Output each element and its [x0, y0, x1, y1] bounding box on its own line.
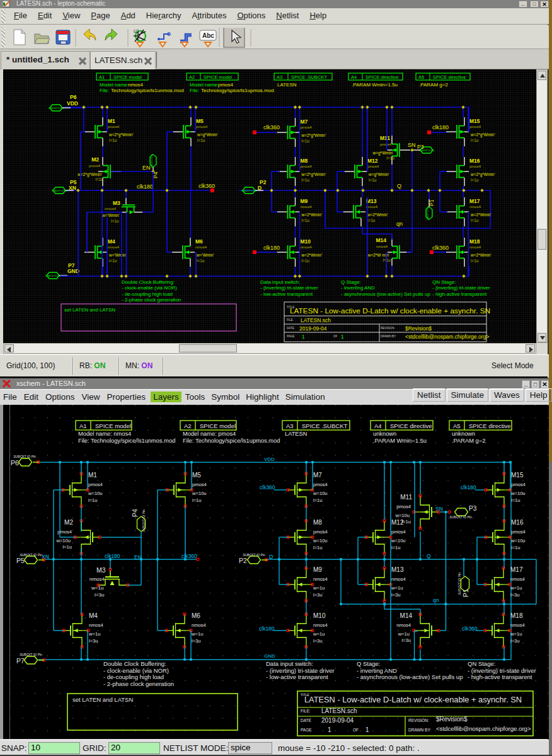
- svg-text:- low-active transparent: - low-active transparent: [260, 291, 313, 297]
- svg-text:M17: M17: [510, 566, 523, 573]
- svg-text:1: 1: [341, 334, 344, 340]
- svg-text:- low-active transparent: - low-active transparent: [266, 673, 328, 680]
- svg-text:w=2*Wmin': w=2*Wmin': [301, 253, 322, 257]
- svg-text:l=1u: l=1u: [313, 497, 323, 503]
- svg-text:l=3u: l=3u: [401, 637, 411, 643]
- svg-text:SUBCKT IO Pin: SUBCKT IO Pin: [49, 107, 64, 110]
- svg-text:SPICE .SUBCKT: SPICE .SUBCKT: [302, 422, 348, 429]
- svg-text:l=1u: l=1u: [197, 138, 205, 142]
- svg-text:LATESN: LATESN: [285, 431, 307, 437]
- svg-text:w='Wmin': w='Wmin': [101, 213, 120, 218]
- svg-text:unknown: unknown: [373, 431, 396, 437]
- svg-text:.PARAM g=2: .PARAM g=2: [452, 438, 485, 444]
- svg-text:M6: M6: [195, 238, 203, 245]
- svg-text:.PARAM g=2: .PARAM g=2: [419, 82, 448, 88]
- svg-text:GND: GND: [67, 268, 79, 274]
- svg-text:PAGE: PAGE: [301, 728, 312, 732]
- svg-text:w=2*g*Wmin': w=2*g*Wmin': [470, 172, 495, 177]
- svg-text:clk180: clk180: [259, 625, 275, 632]
- svg-text:set LATEN and LATSN: set LATEN and LATSN: [72, 696, 133, 703]
- svg-text:set LATEN and LATSN: set LATEN and LATSN: [64, 307, 115, 313]
- svg-text:nmos4: nmos4: [510, 576, 525, 582]
- svg-text:l=1u: l=1u: [302, 259, 310, 263]
- svg-text:M5: M5: [192, 472, 201, 479]
- svg-text:l=3u: l=3u: [313, 592, 323, 598]
- svg-text:M4: M4: [89, 612, 98, 619]
- svg-text:M11: M11: [380, 135, 390, 141]
- svg-text:SUBCKT IO Pin: SUBCKT IO Pin: [45, 275, 60, 277]
- svg-text:Data input switch:: Data input switch:: [266, 660, 313, 667]
- svg-text:- (inverting) tri-state driver: - (inverting) tri-state driver: [266, 667, 335, 674]
- svg-text:nmos4: nmos4: [469, 205, 481, 209]
- svg-text:l=1u: l=1u: [302, 178, 310, 182]
- svg-text:SPICE directive: SPICE directive: [433, 74, 466, 80]
- svg-text:M15: M15: [511, 472, 524, 479]
- svg-text:l=1u: l=1u: [471, 138, 479, 142]
- svg-text:M10: M10: [301, 238, 311, 245]
- svg-text:nmos4: nmos4: [313, 622, 328, 628]
- svg-text:nmos4: nmos4: [195, 245, 207, 249]
- svg-text:w=10u: w=10u: [391, 538, 406, 544]
- svg-text:w=2*Wmin': w=2*Wmin': [301, 212, 322, 217]
- svg-text:M2: M2: [64, 519, 73, 526]
- svg-text:pmos4: pmos4: [88, 482, 103, 487]
- svg-text:w=1u: w=1u: [391, 585, 403, 591]
- svg-text:SPICE model: SPICE model: [204, 74, 232, 80]
- svg-text:A1: A1: [79, 422, 87, 429]
- svg-text:pmos4: pmos4: [396, 504, 411, 509]
- svg-text:P3: P3: [417, 144, 424, 150]
- svg-text:l=1u: l=1u: [367, 218, 376, 223]
- svg-text:- clock-enable (via NOR): - clock-enable (via NOR): [122, 285, 177, 291]
- svg-text:.PARAM Wmin=1.5u: .PARAM Wmin=1.5u: [352, 82, 398, 88]
- svg-text:File:: File:: [190, 88, 199, 93]
- svg-text:M1: M1: [88, 472, 97, 479]
- svg-text:.SUBCKT IO Pin: .SUBCKT IO Pin: [142, 509, 146, 533]
- svg-text:clk360: clk360: [462, 625, 478, 632]
- svg-text:pmos4: pmos4: [313, 529, 328, 535]
- svg-text:nmos4: nmos4: [192, 622, 206, 628]
- svg-text:pmos4: pmos4: [108, 125, 120, 129]
- svg-text:l=1u: l=1u: [111, 219, 119, 223]
- svg-text:pmos4: pmos4: [469, 125, 481, 129]
- svg-text:<stdcelllib@nospam.chipforge.o: <stdcelllib@nospam.chipforge.org>: [436, 725, 531, 732]
- svg-text:l=1u: l=1u: [313, 545, 323, 550]
- svg-text:M12: M12: [367, 158, 378, 164]
- svg-text:M1: M1: [108, 118, 115, 124]
- svg-text:M7: M7: [313, 472, 322, 479]
- svg-text:w=10u: w=10u: [88, 491, 103, 496]
- svg-text:Double Clock Buffering:: Double Clock Buffering:: [103, 660, 166, 667]
- svg-text:M16: M16: [511, 519, 524, 526]
- svg-text:- asynchronous (low-active) Se: - asynchronous (low-active) Set pulls up: [357, 673, 463, 680]
- svg-text:l=3u: l=3u: [510, 638, 520, 644]
- svg-text:GND: GND: [264, 653, 275, 659]
- svg-text:A2: A2: [189, 74, 195, 80]
- svg-text:pmos4: pmos4: [301, 125, 313, 129]
- svg-text:w=1u: w=1u: [88, 631, 100, 637]
- svg-text:M14: M14: [376, 237, 386, 243]
- svg-text:SPICE model: SPICE model: [200, 422, 236, 429]
- svg-text:l=3u: l=3u: [95, 592, 104, 598]
- svg-text:- high-active transparent: - high-active transparent: [468, 673, 532, 680]
- svg-text:A2: A2: [184, 422, 192, 429]
- svg-text:QN Stage:: QN Stage:: [432, 279, 456, 285]
- svg-text:w=10u: w=10u: [510, 538, 526, 544]
- svg-text:l=3u: l=3u: [510, 592, 520, 598]
- svg-text:LATESN.sch: LATESN.sch: [321, 707, 357, 714]
- svg-text:M15: M15: [469, 118, 480, 124]
- svg-text:U2: U2: [134, 29, 139, 33]
- svg-text:pmos4: pmos4: [89, 164, 101, 168]
- svg-text:l=1u: l=1u: [471, 218, 479, 223]
- svg-text:w=1u: w=1u: [191, 631, 203, 637]
- svg-text:M16: M16: [469, 158, 480, 164]
- svg-text:l=1u: l=1u: [88, 497, 98, 503]
- svg-text:w=1u: w=1u: [313, 631, 325, 637]
- svg-text:pmos4: pmos4: [511, 529, 526, 535]
- svg-text:l=1u: l=1u: [369, 178, 377, 182]
- svg-text:M12: M12: [391, 519, 404, 526]
- svg-text:l=1u: l=1u: [96, 177, 104, 182]
- svg-text:pmos4: pmos4: [511, 482, 526, 487]
- svg-text:M3: M3: [96, 566, 106, 574]
- svg-text:nmos4: nmos4: [108, 245, 120, 249]
- svg-text:pmos4: pmos4: [367, 165, 379, 168]
- svg-text:SPICE directive: SPICE directive: [390, 422, 432, 429]
